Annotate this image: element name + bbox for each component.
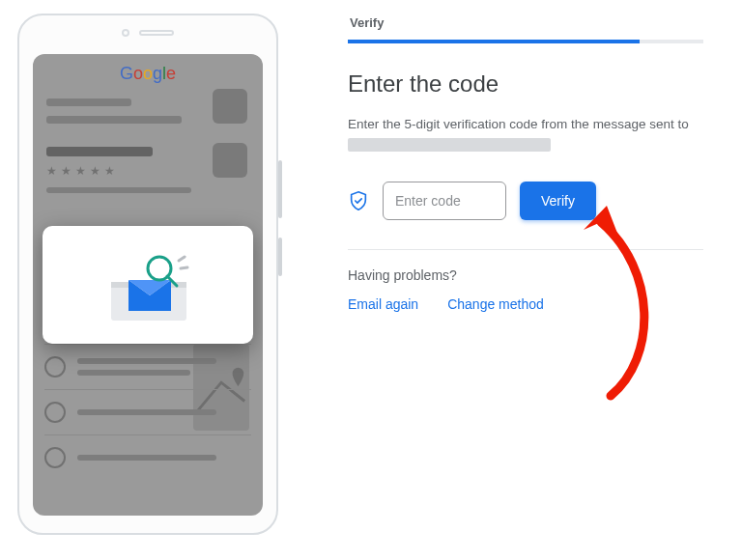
divider [348, 249, 703, 250]
placeholder-list [44, 344, 251, 480]
step-tabs: Verify [348, 10, 703, 41]
tab-verify[interactable]: Verify [348, 10, 385, 40]
code-input[interactable] [383, 182, 506, 220]
phone-side-button [278, 238, 282, 276]
verify-panel: Verify Enter the code Enter the 5-digit … [348, 10, 703, 312]
change-method-link[interactable]: Change method [447, 296, 544, 312]
svg-line-5 [181, 267, 187, 268]
svg-line-4 [179, 257, 185, 261]
redacted-recipient [348, 138, 551, 152]
phone-mockup: Google ★★★★★ [17, 14, 278, 535]
email-again-link[interactable]: Email again [348, 296, 418, 312]
progress-bar [348, 40, 703, 43]
placeholder-business: ★★★★★ [46, 147, 249, 193]
page-title: Enter the code [348, 70, 703, 98]
verify-button[interactable]: Verify [520, 182, 596, 220]
phone-side-button [278, 160, 282, 218]
google-logo: Google [33, 54, 263, 84]
illustration-card [43, 226, 253, 344]
problems-label: Having problems? [348, 267, 703, 283]
mail-search-icon [90, 241, 206, 328]
instruction-prefix: Enter the 5-digit verification code from… [348, 117, 689, 131]
verified-shield-icon [348, 190, 369, 211]
phone-screen: Google ★★★★★ [33, 54, 263, 516]
phone-speaker [122, 29, 174, 37]
instruction-text: Enter the 5-digit verification code from… [348, 115, 703, 154]
placeholder-lines [46, 98, 249, 124]
